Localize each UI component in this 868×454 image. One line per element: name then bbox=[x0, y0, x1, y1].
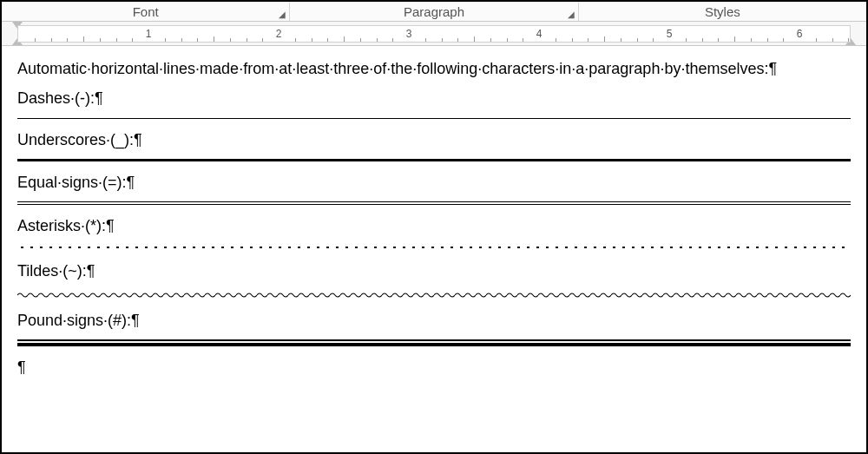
paragraph-underscores[interactable]: Underscores·(_):¶ bbox=[17, 129, 851, 150]
ribbon-group-paragraph: Paragraph ◢ bbox=[290, 2, 578, 21]
auto-line-pounds bbox=[17, 339, 851, 346]
ruler[interactable]: 123456 bbox=[2, 22, 866, 46]
paragraph-empty[interactable]: ¶ bbox=[17, 357, 851, 378]
paragraph-equals[interactable]: Equal·signs·(=):¶ bbox=[17, 172, 851, 193]
paragraph-intro[interactable]: Automatic·horizontal·lines·made·from·at·… bbox=[17, 58, 851, 79]
ribbon-group-paragraph-label: Paragraph bbox=[404, 4, 464, 19]
paragraph-tildes[interactable]: Tildes·(~):¶ bbox=[17, 260, 851, 281]
ribbon-groups: Font ◢ Paragraph ◢ Styles bbox=[2, 2, 866, 22]
paragraph-dashes[interactable]: Dashes·(-):¶ bbox=[17, 88, 851, 109]
ruler-number: 6 bbox=[797, 28, 803, 40]
auto-line-equals bbox=[17, 201, 851, 205]
auto-line-asterisks bbox=[17, 245, 851, 250]
ribbon-group-font: Font ◢ bbox=[2, 2, 290, 21]
ruler-number: 1 bbox=[146, 28, 152, 40]
ruler-number: 3 bbox=[406, 28, 412, 40]
ruler-number: 2 bbox=[276, 28, 282, 40]
ruler-number: 4 bbox=[536, 28, 542, 40]
paragraph-pounds[interactable]: Pound·signs·(#):¶ bbox=[17, 310, 851, 331]
ruler-number: 5 bbox=[667, 28, 673, 40]
auto-line-dashes bbox=[17, 118, 851, 119]
ribbon-group-font-label: Font bbox=[133, 4, 159, 19]
dialog-launcher-icon[interactable]: ◢ bbox=[279, 10, 286, 19]
dialog-launcher-icon[interactable]: ◢ bbox=[568, 10, 575, 19]
auto-line-underscores bbox=[17, 159, 851, 161]
paragraph-asterisks[interactable]: Asterisks·(*):¶ bbox=[17, 215, 851, 236]
auto-line-tildes bbox=[17, 291, 851, 299]
ribbon-group-styles-label: Styles bbox=[705, 4, 740, 19]
ruler-track: 123456 bbox=[17, 25, 851, 43]
ribbon-group-styles: Styles bbox=[579, 2, 866, 21]
document-body[interactable]: Automatic·horizontal·lines·made·from·at·… bbox=[2, 46, 866, 395]
